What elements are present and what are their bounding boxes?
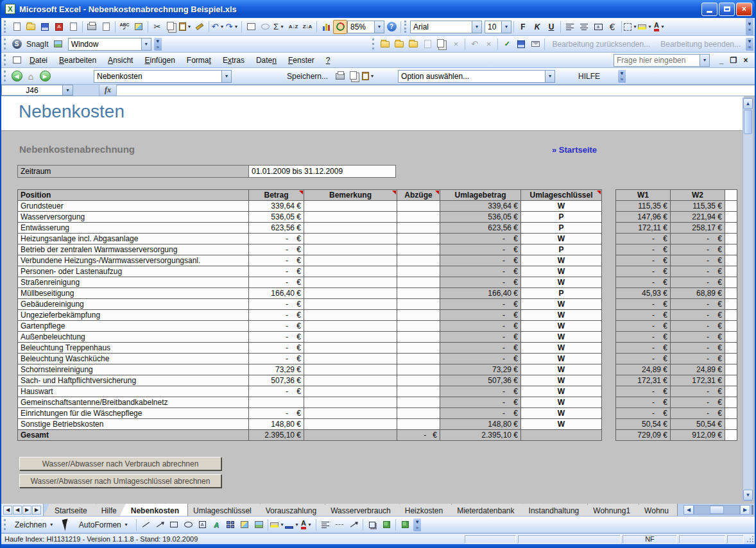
- data-cell[interactable]: - €: [440, 331, 521, 343]
- data-cell[interactable]: Verbundene Heizungs-/Warmwasserversorgun…: [17, 255, 249, 266]
- data-w2-cell[interactable]: - €: [670, 386, 725, 397]
- resize-grip[interactable]: [746, 535, 755, 544]
- data-cell[interactable]: [397, 266, 440, 277]
- data-cell[interactable]: Personen- oder Lastenaufzug: [17, 266, 249, 277]
- data-cell[interactable]: - €: [248, 255, 304, 266]
- data-cell[interactable]: P: [520, 211, 602, 223]
- data-cell[interactable]: W: [520, 364, 602, 375]
- permission-icon[interactable]: [66, 20, 80, 34]
- help-icon[interactable]: ?: [384, 20, 399, 34]
- scroll-up-icon[interactable]: ▲: [743, 98, 753, 109]
- horizontal-scrollbar[interactable]: ◀ ▶: [682, 504, 755, 516]
- vertical-scrollbar[interactable]: ▲ ▼: [743, 98, 753, 501]
- format-painter-icon[interactable]: [193, 20, 207, 34]
- data-cell[interactable]: [304, 375, 397, 386]
- total-w1-cell[interactable]: 729,09 €: [615, 429, 671, 441]
- data-w2-cell[interactable]: 172,31 €: [670, 375, 725, 386]
- data-cell[interactable]: - €: [248, 320, 304, 332]
- data-cell[interactable]: 339,64 €: [440, 200, 521, 212]
- data-cell[interactable]: 507,36 €: [440, 375, 521, 386]
- data-cell[interactable]: [397, 255, 440, 266]
- data-cell[interactable]: [725, 222, 737, 234]
- data-cell[interactable]: W: [520, 386, 602, 397]
- insert-picture-icon[interactable]: [252, 518, 266, 532]
- paste-icon[interactable]: ▾: [178, 20, 193, 34]
- menu-bearbeiten[interactable]: Bearbeiten: [53, 55, 102, 66]
- sheet-tab-wasserverbrauch[interactable]: Wasserverbrauch: [320, 504, 400, 516]
- line-color-icon[interactable]: ▾: [285, 518, 300, 532]
- save-version-icon[interactable]: [514, 37, 528, 51]
- data-cell[interactable]: [304, 266, 397, 277]
- data-cell[interactable]: W: [520, 298, 602, 310]
- fill-color-icon[interactable]: ▾: [638, 20, 653, 34]
- menu-daten[interactable]: Daten: [250, 55, 282, 66]
- abrechnen-verbrauch-button[interactable]: Wasser/Abwasser nach Verbrauch abrechnen: [19, 457, 221, 470]
- data-w1-cell[interactable]: - €: [615, 233, 671, 244]
- scroll-left-icon[interactable]: ◀: [683, 505, 694, 515]
- data-cell[interactable]: [725, 255, 737, 266]
- data-w1-cell[interactable]: - €: [615, 342, 671, 354]
- folder-save-icon[interactable]: [406, 37, 420, 51]
- data-w2-cell[interactable]: - €: [670, 233, 725, 244]
- shadow-style-icon[interactable]: [365, 518, 379, 532]
- data-cell[interactable]: [725, 353, 737, 364]
- bold-icon[interactable]: F: [516, 20, 530, 34]
- data-cell[interactable]: - €: [248, 342, 304, 354]
- data-cell[interactable]: [397, 309, 440, 321]
- scrollbar-thumb[interactable]: [744, 110, 752, 134]
- sort-ascending-icon[interactable]: A↓Z: [286, 20, 300, 34]
- data-cell[interactable]: - €: [440, 298, 521, 310]
- column-header[interactable]: Bemerkung: [304, 189, 397, 201]
- data-cell[interactable]: - €: [440, 266, 521, 277]
- green-cube-icon[interactable]: [398, 518, 412, 532]
- data-cell[interactable]: 166,40 €: [248, 287, 304, 299]
- data-cell[interactable]: [725, 407, 737, 419]
- data-cell[interactable]: Straßenreinigung: [17, 277, 249, 288]
- cut-icon[interactable]: ✂: [150, 20, 164, 34]
- data-cell[interactable]: [725, 287, 737, 299]
- data-cell[interactable]: [397, 298, 440, 310]
- wordart-icon[interactable]: A: [209, 518, 223, 532]
- data-cell[interactable]: [304, 353, 397, 364]
- toolbar-options-button[interactable]: ▼»: [746, 18, 753, 35]
- sheet-tab-wohnu[interactable]: Wohnu: [633, 504, 678, 516]
- hilfe-button[interactable]: HILFE: [564, 70, 614, 83]
- toolbar-grip[interactable]: [4, 55, 7, 65]
- font-name-select[interactable]: Arial▾: [410, 21, 482, 33]
- data-w1-cell[interactable]: - €: [615, 331, 671, 343]
- toolbar-grip[interactable]: [4, 21, 7, 33]
- data-cell[interactable]: - €: [248, 331, 304, 343]
- data-w1-cell[interactable]: 45,93 €: [615, 287, 671, 299]
- menu-einfgen[interactable]: Einfügen: [139, 55, 180, 66]
- data-cell[interactable]: [304, 277, 397, 288]
- task-check-icon[interactable]: ✓: [500, 37, 514, 51]
- menu-fenster[interactable]: Fenster: [282, 55, 320, 66]
- data-w2-cell[interactable]: - €: [670, 255, 725, 266]
- snagit-mode-select[interactable]: Window▾: [68, 38, 151, 51]
- menu-?[interactable]: ?: [320, 55, 336, 66]
- data-cell[interactable]: - €: [248, 353, 304, 364]
- data-w2-cell[interactable]: - €: [670, 407, 725, 419]
- sheet-tab-startseite[interactable]: Startseite: [44, 504, 96, 516]
- spelling-icon[interactable]: ABC✓: [117, 20, 132, 34]
- data-cell[interactable]: Schornsteinreinigung: [17, 364, 249, 375]
- line-style-icon[interactable]: [318, 518, 332, 532]
- paste-icon[interactable]: ▾: [361, 69, 375, 83]
- data-cell[interactable]: - €: [248, 233, 304, 244]
- toolbar-options-button[interactable]: ▼»: [746, 38, 753, 51]
- data-cell[interactable]: [304, 364, 397, 375]
- data-cell[interactable]: - €: [440, 320, 521, 332]
- copy-icon[interactable]: [347, 69, 361, 83]
- borders-icon[interactable]: ▾: [624, 20, 638, 34]
- align-center-icon[interactable]: [577, 20, 591, 34]
- data-cell[interactable]: 73,29 €: [440, 364, 521, 375]
- data-cell[interactable]: [725, 266, 737, 277]
- arrow-style-icon[interactable]: [347, 518, 361, 532]
- data-w1-cell[interactable]: - €: [615, 386, 671, 397]
- print-icon[interactable]: [333, 69, 347, 83]
- data-cell[interactable]: - €: [440, 386, 521, 397]
- data-cell[interactable]: 148,80 €: [248, 418, 304, 430]
- data-w1-cell[interactable]: 115,35 €: [615, 200, 671, 212]
- total-cell[interactable]: 2.395,10 €: [248, 429, 304, 441]
- data-cell[interactable]: [397, 331, 440, 343]
